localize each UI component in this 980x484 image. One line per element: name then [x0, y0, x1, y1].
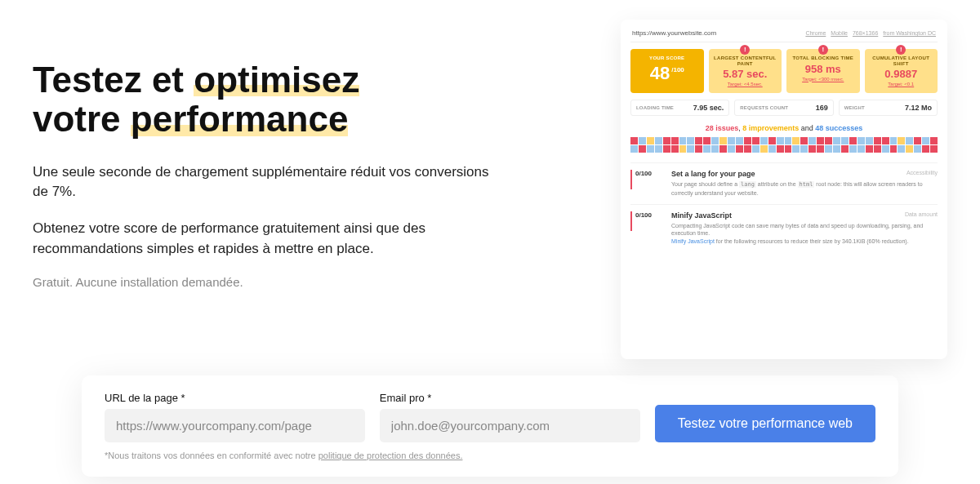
metric-card-lcp: ! LARGEST CONTENTFUL PAINT 5.87 sec. Tar…	[709, 49, 782, 93]
mini-value: 169	[816, 104, 828, 112]
metric-card-cls: ! CUMULATIVE LAYOUT SHIFT 0.9887 Target:…	[865, 49, 938, 93]
meta-location: from Washington DC	[883, 30, 936, 36]
privacy-link[interactable]: politique de protection des données.	[318, 451, 463, 460]
meta-browser: Chrome	[805, 30, 826, 36]
mini-label: LOADING TIME	[636, 105, 674, 110]
alert-icon: !	[740, 45, 750, 55]
mock-meta: Chrome Mobile 768×1366 from Washington D…	[805, 30, 936, 36]
issue-title: Minify JavaScript	[671, 211, 732, 220]
hero-subtext: Gratuit. Aucune installation demandée.	[33, 275, 514, 289]
metric-label: TOTAL BLOCKING TIME	[790, 56, 857, 61]
issues-summary: 28 issues, 8 improvements and 48 success…	[630, 124, 938, 132]
mini-value: 7.95 sec.	[693, 104, 724, 112]
hero-para-2: Obtenez votre score de performance gratu…	[33, 219, 490, 259]
report-preview: https://www.yourwebsite.com Chrome Mobil…	[621, 20, 947, 359]
issue-category: Accessibility	[906, 170, 938, 178]
metric-target: Target: <0.1	[868, 82, 935, 87]
hero-para-1: Une seule seconde de chargement suppléme…	[33, 162, 490, 202]
severity-bar	[630, 170, 632, 189]
issues-grid	[630, 137, 938, 153]
score-label: YOUR SCORE	[634, 56, 701, 61]
page-title: Testez et optimisez votre performance	[33, 60, 514, 140]
metric-value: 0.9887	[868, 68, 935, 80]
metric-card-tbt: ! TOTAL BLOCKING TIME 958 ms Target: <30…	[786, 49, 860, 93]
metric-value: 958 ms	[790, 63, 857, 75]
title-highlight: optimisez	[194, 60, 359, 100]
severity-bar	[630, 211, 632, 231]
alert-icon: !	[818, 45, 828, 55]
mini-stat-weight: WEIGHT 7.12 Mo	[839, 100, 938, 116]
mini-value: 7.12 Mo	[905, 104, 932, 112]
metric-target: Target: <4.5sec.	[712, 82, 779, 87]
issue-item: 0/100 Set a lang for your page Accessibi…	[630, 162, 938, 204]
email-input[interactable]	[380, 409, 640, 442]
metric-value: 5.87 sec.	[712, 68, 779, 80]
issue-item: 0/100 Minify JavaScript Data amount Comp…	[630, 204, 938, 252]
title-text: votre	[33, 99, 131, 139]
alert-icon: !	[896, 45, 906, 55]
issue-score: 0/100	[635, 170, 652, 177]
mini-stat-requests: REQUESTS COUNT 169	[734, 100, 833, 116]
url-label: URL de la page *	[105, 392, 365, 404]
issue-category: Data amount	[905, 211, 938, 220]
meta-viewport: 768×1366	[853, 30, 878, 36]
privacy-note: *Nous traitons vos données en conformité…	[105, 451, 875, 460]
score-value: 48/100	[634, 63, 701, 84]
email-label: Email pro *	[380, 392, 640, 404]
title-highlight: performance	[131, 100, 349, 139]
score-card: YOUR SCORE 48/100	[630, 49, 704, 93]
issue-desc: Compacting JavaScript code can save many…	[671, 222, 938, 246]
form-card: URL de la page * Email pro * Testez votr…	[82, 375, 898, 477]
mock-url: https://www.yourwebsite.com	[632, 29, 716, 37]
mini-label: REQUESTS COUNT	[740, 105, 788, 110]
title-text: Testez et	[33, 60, 194, 100]
metric-label: CUMULATIVE LAYOUT SHIFT	[868, 56, 935, 66]
meta-device: Mobile	[831, 30, 848, 36]
issue-score: 0/100	[635, 211, 652, 219]
mini-stat-loading: LOADING TIME 7.95 sec.	[630, 100, 729, 116]
metric-label: LARGEST CONTENTFUL PAINT	[712, 56, 779, 66]
url-input[interactable]	[105, 409, 365, 442]
metric-target: Target: <300 msec.	[790, 77, 857, 82]
issue-title: Set a lang for your page	[671, 170, 755, 178]
submit-button[interactable]: Testez votre performance web	[655, 405, 875, 442]
issue-desc: Your page should define a lang attribute…	[671, 180, 938, 198]
mini-label: WEIGHT	[844, 105, 865, 110]
